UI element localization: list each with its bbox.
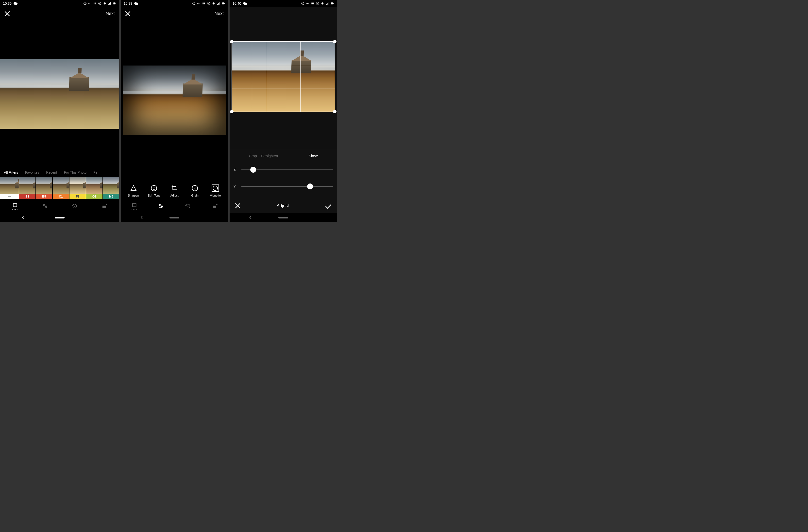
slider-y-knob[interactable] (307, 183, 313, 189)
svg-rect-16 (198, 3, 200, 4)
svg-point-29 (195, 187, 196, 187)
sliders-icon[interactable] (41, 203, 48, 209)
svg-point-32 (194, 189, 194, 189)
recipes-icon[interactable] (101, 203, 108, 209)
svg-point-28 (194, 187, 194, 187)
cancel-button[interactable] (236, 203, 240, 208)
filter-thumb-g3[interactable]: G3 (86, 177, 103, 199)
recipes-icon[interactable] (212, 203, 218, 209)
filter-thumb-f2[interactable]: F2 (70, 177, 86, 199)
slider-y: Y (234, 182, 333, 191)
status-bar: 10:40 (229, 0, 337, 7)
crop-canvas[interactable] (229, 7, 337, 149)
svg-point-37 (161, 206, 163, 208)
svg-rect-8 (113, 2, 115, 4)
svg-rect-42 (311, 3, 312, 4)
adjust-panel: Crop + Straighten Skew X Y Adjust (229, 149, 337, 213)
status-icons (301, 2, 334, 5)
svg-rect-18 (203, 3, 204, 4)
svg-rect-19 (204, 3, 205, 4)
filter-cat-all[interactable]: All Filters (4, 170, 18, 175)
svg-rect-35 (132, 204, 136, 207)
android-nav (229, 213, 337, 222)
adjust-footer: Adjust (234, 198, 333, 213)
svg-point-36 (159, 204, 161, 206)
svg-rect-44 (313, 3, 314, 4)
tool-grain[interactable]: Grain (186, 184, 204, 197)
svg-rect-46 (317, 3, 318, 3)
confirm-button[interactable] (326, 203, 331, 208)
status-bar: 10:39 (121, 0, 228, 7)
svg-rect-10 (13, 204, 17, 207)
crop-frame[interactable] (232, 41, 335, 112)
image-preview[interactable] (0, 20, 119, 168)
presets-icon[interactable] (131, 203, 138, 209)
status-icons (192, 2, 225, 5)
svg-rect-5 (95, 3, 96, 4)
crop-handle-br[interactable] (333, 110, 336, 113)
filter-thumb-c1[interactable]: C1 (53, 177, 69, 199)
top-bar: Next (121, 7, 228, 20)
slider-x-track[interactable] (241, 169, 333, 170)
filter-thumb-b5[interactable]: B5 (36, 177, 52, 199)
next-button[interactable]: Next (106, 11, 115, 16)
status-time: 10:36 (3, 1, 12, 5)
presets-icon[interactable] (12, 203, 18, 209)
tab-crop-straighten[interactable]: Crop + Straighten (249, 154, 278, 158)
nav-back-icon[interactable] (141, 216, 144, 219)
status-icons (83, 2, 116, 5)
filter-thumb-b1[interactable]: B1 (19, 177, 35, 199)
next-button[interactable]: Next (215, 11, 224, 16)
svg-point-26 (154, 187, 155, 188)
close-button[interactable] (125, 11, 131, 16)
adjust-title: Adjust (277, 203, 289, 208)
triangle-icon (130, 184, 137, 192)
tool-vignette[interactable]: Vignette (206, 184, 224, 197)
tool-adjust[interactable]: Adjust (166, 184, 183, 197)
filter-cat-more[interactable]: Fe (93, 170, 97, 175)
svg-point-30 (195, 188, 195, 188)
crop-handle-tr[interactable] (333, 40, 336, 43)
close-button[interactable] (4, 11, 10, 16)
edit-tools-row: Sharpen Skin Tone Adjust Grain Vignette (121, 180, 228, 199)
slider-x-knob[interactable] (250, 167, 256, 173)
filter-thumb-none[interactable]: — (0, 177, 19, 199)
svg-rect-43 (312, 3, 313, 4)
filter-thumb-m5[interactable]: M5 (103, 177, 119, 199)
nav-home-icon[interactable] (278, 217, 288, 218)
filter-cat-recent[interactable]: Recent (46, 170, 57, 175)
nav-home-icon[interactable] (55, 217, 65, 218)
slider-x-label: X (234, 168, 237, 172)
tab-skew[interactable]: Skew (309, 154, 318, 158)
svg-rect-21 (208, 3, 209, 3)
tool-skintone[interactable]: Skin Tone (145, 184, 163, 197)
crop-handle-bl[interactable] (230, 110, 234, 113)
svg-rect-22 (222, 2, 224, 4)
screen-adjust: 10:40 (229, 0, 337, 222)
crop-handle-tl[interactable] (230, 40, 234, 43)
screen-tools: 10:39 Next Sharpen (121, 0, 228, 222)
svg-point-11 (43, 204, 45, 206)
tool-sharpen[interactable]: Sharpen (125, 184, 142, 197)
adjust-tabs: Crop + Straighten Skew (234, 154, 333, 158)
filter-category-tabs: All Filters Favorites Recent For This Ph… (0, 168, 119, 177)
image-preview[interactable] (121, 20, 228, 180)
svg-rect-2 (89, 3, 91, 4)
filter-cat-forthisphoto[interactable]: For This Photo (64, 170, 87, 175)
svg-rect-47 (331, 2, 333, 4)
screen-filters: 10:36 Next All Filters Favorites Recent (0, 0, 119, 222)
svg-rect-41 (307, 3, 309, 4)
nav-back-icon[interactable] (22, 216, 25, 219)
history-icon[interactable] (71, 203, 78, 209)
slider-y-track[interactable] (241, 186, 333, 187)
nav-back-icon[interactable] (250, 216, 253, 219)
bottom-toolbar (0, 199, 119, 213)
slider-x: X (234, 165, 333, 175)
filter-cat-favorites[interactable]: Favorites (25, 170, 39, 175)
svg-point-34 (213, 186, 218, 191)
nav-home-icon[interactable] (169, 217, 179, 218)
history-icon[interactable] (184, 203, 191, 209)
cloud-icon (14, 1, 18, 5)
sliders-icon[interactable] (158, 203, 165, 209)
slider-y-label: Y (234, 184, 237, 189)
